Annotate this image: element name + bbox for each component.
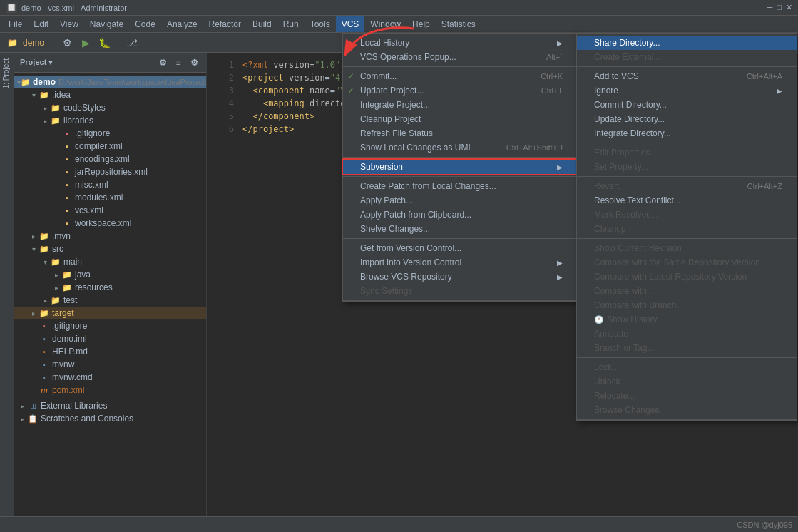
menu-refactor[interactable]: Refactor [203,16,247,32]
tree-item-gitignore-idea[interactable]: ▪ .gitignore [14,127,206,140]
vcs-item-create-patch[interactable]: Create Patch from Local Changes... [343,179,577,193]
sub-item-share-directory[interactable]: Share Directory... [577,36,797,50]
sub-item-resolve-text-conflict[interactable]: Resolve Text Conflict... [577,193,797,208]
vcs-item-subversion[interactable]: Subversion ▶ [343,160,577,174]
sub-item-integrate-directory[interactable]: Integrate Directory... [577,126,797,140]
tree-item-demo-iml[interactable]: ▪ demo.iml [14,332,206,345]
menu-view[interactable]: View [54,16,84,32]
vcs-item-cleanup-project[interactable]: Cleanup Project [343,112,577,126]
toolbar-sync-icon[interactable]: ⚙ [59,35,75,51]
sub-item-annotate: Annotate [577,327,797,341]
tree-item-encodings-xml[interactable]: ▪ encodings.xml [14,153,206,165]
menu-tools[interactable]: Tools [305,16,336,32]
toolbar-demo[interactable]: 📁 [4,35,20,51]
tree-label-modules-xml: modules.xml [75,193,123,203]
tree-item-libraries[interactable]: ▸ 📁 libraries [14,114,206,127]
tree-arrow-src: ▾ [29,245,39,253]
vcs-item-operations-popup[interactable]: VCS Operations Popup... Alt+` [343,50,577,64]
vcs-item-browse-vcs-repo[interactable]: Browse VCS Repository ▶ [343,270,577,284]
tree-item-jar-xml[interactable]: ▪ jarRepositories.xml [14,165,206,178]
tree-item-demo-root[interactable]: ▾ 📁 demo D:\work\JavaTeam\workspace\Idea… [14,76,206,88]
menu-code[interactable]: Code [129,16,161,32]
tree-item-external-libs[interactable]: ▸ ⊞ External Libraries [14,399,206,412]
vcs-item-import-into-vcs[interactable]: Import into Version Control ▶ [343,255,577,270]
menu-navigate[interactable]: Navigate [84,16,129,32]
vcs-show-local-changes-uml-label: Show Local Changes as UML [360,143,473,153]
tree-item-idea[interactable]: ▾ 📁 .idea [14,88,206,101]
panel-header-icons: ⚙ ≡ ⚙ [156,56,200,69]
sub-item-ignore[interactable]: Ignore ▶ [577,83,797,98]
menu-analyze[interactable]: Analyze [161,16,203,32]
tree-item-codestyles[interactable]: ▸ 📁 codeStyles [14,101,206,114]
menu-run[interactable]: Run [277,16,305,32]
tree-item-test[interactable]: ▸ 📁 test [14,294,206,307]
toolbar-debug-icon[interactable]: 🐛 [96,35,112,51]
vcs-item-update-project[interactable]: ✓ Update Project... Ctrl+T [343,83,577,98]
tree-item-src[interactable]: ▾ 📁 src [14,242,206,255]
sub-integrate-directory-label: Integrate Directory... [594,128,671,138]
tree-item-target[interactable]: ▸ 📁 target [14,307,206,319]
sub-compare-same-repo-label: Compare with the Same Repository Version [594,257,760,267]
vcs-item-commit[interactable]: ✓ Commit... Ctrl+K [343,69,577,83]
toolbar-run-icon[interactable]: ▶ [78,35,93,51]
sub-show-history-clock-icon: 🕐 [594,315,604,324]
tree-item-help-md[interactable]: ▪ HELP.md [14,345,206,358]
tree-label-mvnw-cmd: mvnw.cmd [52,372,93,382]
vcs-subversion-arrow: ▶ [557,163,563,171]
tree-item-modules-xml[interactable]: ▪ modules.xml [14,191,206,204]
sub-item-update-directory[interactable]: Update Directory... [577,112,797,126]
sub-edit-properties-label: Edit Properties [594,148,650,158]
minimize-icon[interactable]: ─ [767,3,773,12]
vcs-item-get-from-vcs[interactable]: Get from Version Control... [343,241,577,255]
tree-item-vcs-xml[interactable]: ▪ vcs.xml [14,204,206,217]
menu-edit[interactable]: Edit [28,16,54,32]
line-num-3: 3 [213,84,234,97]
code-content-6: </project> [242,123,294,135]
panel-settings-icon[interactable]: ⚙ [156,56,169,69]
tree-item-pom-xml[interactable]: m pom.xml [14,384,206,397]
sub-item-add-to-vcs[interactable]: Add to VCS Ctrl+Alt+A [577,69,797,83]
tree-item-misc-xml[interactable]: ▪ misc.xml [14,178,206,191]
menu-statistics[interactable]: Statistics [436,16,481,32]
toolbar-git-icon[interactable]: ⎇ [124,35,140,51]
menu-file[interactable]: File [3,16,28,32]
folder-resources-icon: 📁 [61,282,73,293]
sub-item-commit-directory[interactable]: Commit Directory... [577,98,797,112]
maximize-icon[interactable]: □ [777,3,782,12]
tree-item-mvnw[interactable]: ▪ mvnw [14,358,206,371]
vcs-item-integrate-project[interactable]: Integrate Project... [343,98,577,112]
tree-item-mvnw-cmd[interactable]: ▪ mvnw.cmd [14,371,206,384]
tree-item-workspace-xml[interactable]: ▪ workspace.xml [14,217,206,230]
tree-label-external-libs: External Libraries [41,401,107,411]
side-tab-project[interactable]: 1: Project [0,53,14,94]
vcs-item-apply-patch-clipboard[interactable]: Apply Patch from Clipboard... [343,208,577,222]
menu-vcs[interactable]: VCS [336,16,365,32]
panel-gear-icon[interactable]: ⚙ [188,56,200,69]
vcs-item-apply-patch[interactable]: Apply Patch... [343,193,577,208]
menu-window[interactable]: Window [364,16,406,32]
tree-arrow-java: ▸ [51,271,61,279]
vcs-show-local-changes-uml-shortcut: Ctrl+Alt+Shift+D [506,143,563,152]
menu-build[interactable]: Build [247,16,277,32]
menu-help[interactable]: Help [406,16,436,32]
tree-arrow-el: ▸ [17,402,27,410]
tree-item-compiler-xml[interactable]: ▪ compiler.xml [14,140,206,153]
tree-item-scratches[interactable]: ▸ 📋 Scratches and Consoles [14,412,206,425]
vcs-item-shelve-changes[interactable]: Shelve Changes... [343,222,577,236]
tree-item-resources[interactable]: ▸ 📁 resources [14,281,206,294]
vcs-local-history-arrow: ▶ [557,39,563,47]
vcs-item-show-local-changes-uml[interactable]: Show Local Changes as UML Ctrl+Alt+Shift… [343,140,577,155]
tree-item-java[interactable]: ▸ 📁 java [14,268,206,281]
sub-item-lock: Lock... [577,360,797,374]
vcs-item-local-history[interactable]: Local History ▶ [343,36,577,50]
close-icon[interactable]: ✕ [786,3,792,12]
tree-path-demo: D:\work\JavaTeam\workspace\IdeaProjects\… [58,78,206,86]
panel-collapse-icon[interactable]: ≡ [172,56,185,69]
vcs-item-refresh-file-status[interactable]: Refresh File Status [343,126,577,140]
tree-item-main[interactable]: ▾ 📁 main [14,255,206,268]
app-logo-icon: 🔲 [6,2,17,13]
tree-item-mvn[interactable]: ▸ 📁 .mvn [14,230,206,242]
tree-label-mvnw: mvnw [52,359,74,369]
toolbar-sep-1 [53,36,53,49]
tree-item-gitignore-root[interactable]: ▪ .gitignore [14,319,206,332]
